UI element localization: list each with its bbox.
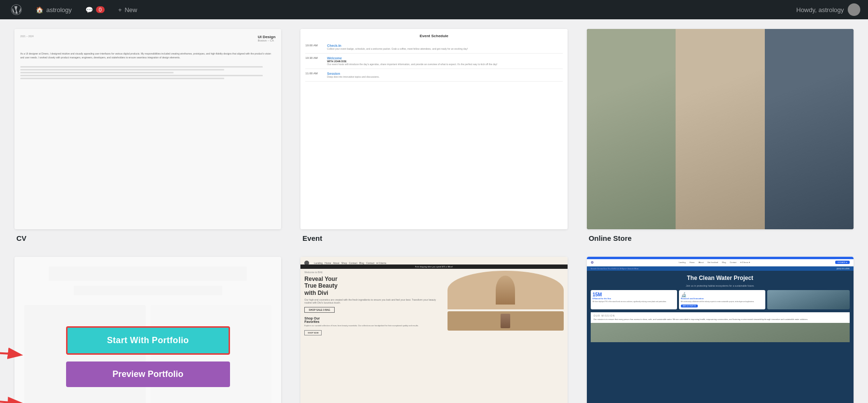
event-label: Event bbox=[300, 234, 567, 242]
template-item-event: Event Schedule 10:00 AM Check-In Collect… bbox=[300, 29, 567, 242]
portfolio-overlay: Start With Portfolio Preview Portfolio bbox=[14, 257, 281, 403]
start-with-portfolio-button[interactable]: Start With Portfolio bbox=[66, 326, 230, 355]
template-item-cv: 2021 – 2024 UI Design Boston – CA As a U… bbox=[14, 29, 281, 242]
nonprofit-card[interactable]: ⊙ LandingHomeAboutGet InvolvedBlogContac… bbox=[587, 257, 854, 403]
preview-portfolio-button[interactable]: Preview Portfolio bbox=[66, 361, 230, 387]
admin-bar: 🏠 astrology 💬 0 + New Howdy, astrology bbox=[0, 0, 868, 19]
beauty-card[interactable]: Landing Home About Shop Contact Blog Con… bbox=[300, 257, 567, 403]
avatar[interactable] bbox=[848, 3, 860, 16]
store-image-1 bbox=[587, 29, 676, 229]
main-content: 2021 – 2024 UI Design Boston – CA As a U… bbox=[0, 19, 868, 403]
template-item-nonprofit: ⊙ LandingHomeAboutGet InvolvedBlogContac… bbox=[587, 257, 854, 403]
wp-logo[interactable] bbox=[8, 2, 25, 17]
store-image-2 bbox=[676, 29, 764, 229]
comments-link[interactable]: 💬 0 bbox=[82, 4, 108, 15]
site-name: astrology bbox=[46, 6, 72, 14]
comment-count: 0 bbox=[96, 6, 105, 13]
home-icon: 🏠 bbox=[36, 6, 43, 14]
cv-card[interactable]: 2021 – 2024 UI Design Boston – CA As a U… bbox=[14, 29, 281, 229]
site-name-link[interactable]: 🏠 astrology bbox=[33, 4, 75, 15]
portfolio-card[interactable]: Start With Portfolio Preview Portfolio bbox=[14, 257, 281, 403]
template-grid: 2021 – 2024 UI Design Boston – CA As a U… bbox=[14, 29, 854, 403]
template-item-portfolio: Start With Portfolio Preview Portfolio P… bbox=[14, 257, 281, 403]
comment-icon: 💬 bbox=[85, 6, 93, 14]
plus-icon: + bbox=[118, 6, 122, 14]
store-image-3 bbox=[765, 29, 854, 229]
new-label: New bbox=[124, 6, 137, 14]
template-item-store: Online Store bbox=[587, 29, 854, 242]
cv-label: CV bbox=[14, 234, 281, 242]
store-label: Online Store bbox=[587, 234, 854, 242]
new-content-button[interactable]: + New bbox=[115, 4, 140, 15]
howdy-text: Howdy, astrology bbox=[796, 6, 844, 14]
template-item-beauty: Landing Home About Shop Contact Blog Con… bbox=[300, 257, 567, 403]
event-card[interactable]: Event Schedule 10:00 AM Check-In Collect… bbox=[300, 29, 567, 229]
store-card[interactable] bbox=[587, 29, 854, 229]
